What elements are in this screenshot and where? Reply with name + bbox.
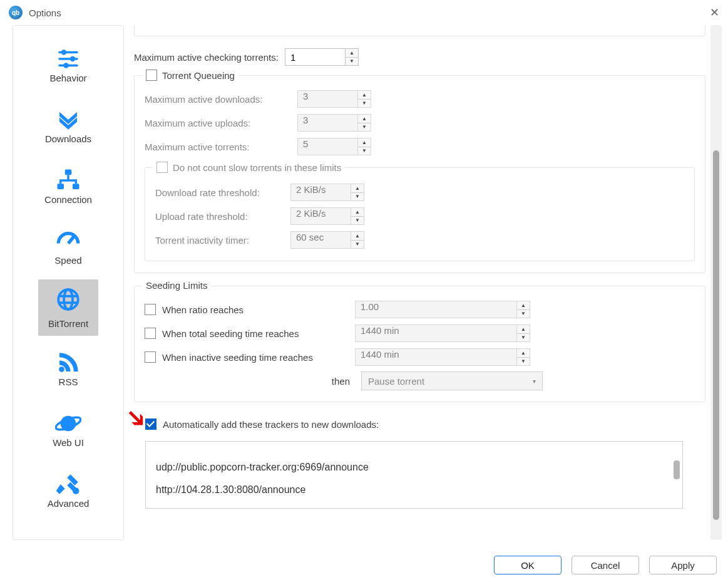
chevrons-down-icon bbox=[55, 106, 81, 133]
spinner-buttons: ▲▼ bbox=[351, 184, 364, 201]
slow-torrents-group: Do not count slow torrents in these limi… bbox=[145, 167, 695, 261]
chevron-down-icon: ▼ bbox=[517, 333, 530, 342]
then-action-select: Pause torrent ▾ bbox=[361, 372, 543, 390]
chevron-down-icon: ▼ bbox=[358, 123, 371, 132]
trackers-text: udp://public.popcorn-tracker.org:6969/an… bbox=[156, 462, 369, 495]
content-scrollbar[interactable] bbox=[710, 25, 722, 540]
scrollbar-thumb[interactable] bbox=[713, 150, 719, 520]
svg-rect-6 bbox=[65, 170, 72, 175]
dl-rate-input: 2 KiB/s bbox=[290, 184, 351, 201]
max-torrents-input: 5 bbox=[297, 138, 357, 155]
spinner-buttons: ▲▼ bbox=[516, 325, 530, 342]
sidebar-item-label: BitTorrent bbox=[48, 318, 88, 329]
tools-icon bbox=[55, 470, 81, 498]
spinner-buttons: ▲▼ bbox=[357, 114, 371, 132]
chevron-down-icon: ▼ bbox=[351, 240, 364, 249]
inactivity-input: 60 sec bbox=[290, 231, 351, 249]
max-downloads-input: 3 bbox=[297, 90, 357, 108]
auto-add-trackers-label: Automatically add these trackers to new … bbox=[163, 419, 379, 430]
chevron-down-icon: ▼ bbox=[517, 357, 530, 366]
chevron-down-icon: ▼ bbox=[517, 309, 530, 318]
sidebar-item-bittorrent[interactable]: BitTorrent bbox=[38, 279, 98, 336]
chevron-down-icon: ▼ bbox=[358, 99, 371, 108]
then-label: then bbox=[331, 376, 350, 387]
sidebar-item-speed[interactable]: Speed bbox=[19, 217, 117, 276]
torrent-queueing-checkbox[interactable] bbox=[146, 70, 157, 81]
sidebar: Behavior Downloads Connection Speed bbox=[13, 25, 124, 540]
ul-rate-input: 2 KiB/s bbox=[290, 207, 351, 225]
max-uploads-label: Maximum active uploads: bbox=[145, 118, 291, 128]
chevron-up-icon: ▲ bbox=[517, 349, 530, 357]
max-downloads-label: Maximum active downloads: bbox=[145, 94, 291, 105]
chevron-up-icon: ▲ bbox=[358, 115, 371, 123]
spinner-buttons: ▲▼ bbox=[351, 231, 364, 249]
content-panel: Maximum active checking torrents: ▲▼ Tor… bbox=[124, 25, 710, 540]
window-title: Options bbox=[29, 8, 61, 18]
sidebar-item-label: Downloads bbox=[45, 133, 91, 144]
svg-point-14 bbox=[59, 366, 64, 372]
chevron-up-icon: ▲ bbox=[358, 138, 371, 147]
spinner-buttons: ▲▼ bbox=[357, 90, 371, 108]
sliders-icon bbox=[55, 45, 81, 73]
chevron-down-icon: ▼ bbox=[351, 216, 364, 225]
ratio-input: 1.00 bbox=[355, 301, 516, 318]
sidebar-item-webui[interactable]: Web UI bbox=[19, 399, 117, 459]
svg-rect-7 bbox=[58, 184, 64, 189]
ok-button[interactable]: OK bbox=[494, 556, 561, 574]
chevron-down-icon: ▾ bbox=[533, 378, 536, 385]
inactive-seeding-time-label: When inactive seeding time reaches bbox=[162, 352, 349, 363]
rss-icon bbox=[55, 349, 81, 377]
planet-icon bbox=[55, 410, 81, 437]
sidebar-item-label: Behavior bbox=[49, 73, 86, 83]
spinner-buttons: ▲▼ bbox=[516, 301, 530, 318]
ul-rate-label: Upload rate threshold: bbox=[155, 211, 284, 222]
dl-rate-label: Download rate threshold: bbox=[155, 187, 284, 198]
chevron-down-icon: ▼ bbox=[351, 192, 364, 201]
chevron-up-icon: ▲ bbox=[351, 232, 364, 240]
max-active-checking-input[interactable] bbox=[285, 48, 345, 66]
seeding-limits-group: Seeding Limits When ratio reaches 1.00▲▼… bbox=[134, 286, 705, 402]
textarea-scrollbar-thumb[interactable] bbox=[674, 460, 680, 479]
svg-point-10 bbox=[58, 289, 78, 309]
chevron-up-icon: ▲ bbox=[517, 301, 530, 309]
spinner-buttons[interactable]: ▲▼ bbox=[345, 48, 359, 66]
max-uploads-input: 3 bbox=[297, 114, 357, 132]
svg-rect-8 bbox=[73, 184, 79, 189]
dialog-buttons: OK Cancel Apply bbox=[494, 556, 717, 574]
globe-icon bbox=[55, 286, 81, 313]
svg-point-11 bbox=[64, 289, 73, 309]
sidebar-item-advanced[interactable]: Advanced bbox=[19, 460, 117, 519]
torrent-queueing-group: Torrent Queueing Maximum active download… bbox=[134, 75, 705, 273]
chevron-up-icon: ▲ bbox=[351, 184, 364, 192]
apply-button[interactable]: Apply bbox=[649, 556, 717, 574]
sidebar-item-label: Connection bbox=[44, 194, 92, 205]
svg-point-3 bbox=[70, 56, 75, 61]
ratio-checkbox[interactable] bbox=[145, 304, 156, 315]
torrent-queueing-label: Torrent Queueing bbox=[162, 70, 235, 81]
sidebar-item-rss[interactable]: RSS bbox=[19, 338, 117, 398]
inactive-seeding-time-checkbox[interactable] bbox=[145, 351, 156, 363]
chevron-down-icon[interactable]: ▼ bbox=[346, 57, 358, 66]
chevron-up-icon: ▲ bbox=[517, 325, 530, 333]
total-seeding-time-checkbox[interactable] bbox=[145, 328, 156, 339]
spinner-buttons: ▲▼ bbox=[351, 207, 364, 225]
svg-point-5 bbox=[63, 63, 68, 68]
spinner-buttons: ▲▼ bbox=[357, 138, 371, 155]
main-area: Behavior Downloads Connection Speed bbox=[0, 25, 728, 540]
auto-add-trackers-checkbox[interactable] bbox=[145, 418, 156, 430]
total-seeding-time-input: 1440 min bbox=[355, 325, 516, 342]
sidebar-item-label: Web UI bbox=[53, 437, 84, 448]
sidebar-item-connection[interactable]: Connection bbox=[19, 156, 117, 216]
chevron-up-icon[interactable]: ▲ bbox=[346, 49, 358, 57]
cancel-button[interactable]: Cancel bbox=[572, 556, 639, 574]
trackers-textarea[interactable]: udp://public.popcorn-tracker.org:6969/an… bbox=[145, 441, 683, 509]
close-icon[interactable]: ✕ bbox=[710, 6, 719, 19]
groupbox-remnant bbox=[134, 25, 705, 36]
inactive-seeding-time-input: 1440 min bbox=[355, 348, 516, 366]
title-bar: qb Options ✕ bbox=[0, 0, 728, 25]
sidebar-item-behavior[interactable]: Behavior bbox=[19, 34, 117, 94]
sidebar-item-downloads[interactable]: Downloads bbox=[19, 95, 117, 155]
total-seeding-time-label: When total seeding time reaches bbox=[162, 328, 349, 339]
ratio-label: When ratio reaches bbox=[162, 304, 349, 315]
sidebar-item-label: Advanced bbox=[48, 498, 90, 509]
